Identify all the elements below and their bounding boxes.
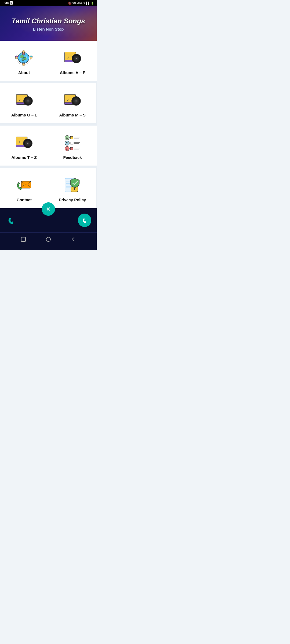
svg-text:♪: ♪ [19, 140, 20, 144]
status-left: 8:38 S [3, 1, 13, 5]
menu-label-albums-af: Albums A – F [60, 70, 85, 75]
svg-point-49 [65, 141, 69, 145]
status-right: 📵 Vol LTE1 ▾ ▌▌ 🔋 [68, 2, 94, 5]
svg-point-43 [65, 135, 69, 140]
close-button[interactable]: × [42, 202, 55, 216]
svg-rect-75 [21, 237, 26, 241]
albums-gl-icon-container: ♪ [13, 91, 35, 109]
menu-item-albums-af[interactable]: ♪ Albums A – F [48, 41, 97, 81]
contact-icon-container [13, 175, 35, 194]
svg-point-45 [67, 137, 68, 137]
menu-label-feedback: Feedback [63, 155, 82, 160]
menu-grid: About ♪ Albums A – F [0, 41, 97, 208]
whatsapp-button[interactable] [78, 214, 91, 227]
nav-circle-icon [45, 236, 51, 242]
status-bar: 8:38 S 📵 Vol LTE1 ▾ ▌▌ 🔋 [0, 0, 97, 6]
svg-point-34 [76, 100, 77, 101]
albums-ms-icon-container: ♪ [62, 91, 83, 109]
svg-point-74 [81, 217, 88, 224]
menu-item-contact[interactable]: Contact [0, 168, 48, 208]
svg-point-3 [22, 58, 24, 60]
svg-rect-53 [70, 142, 73, 144]
close-icon: × [46, 206, 50, 212]
call-icon: 📵 [68, 2, 71, 5]
whatsapp-icon [81, 216, 89, 224]
albums-tz-icon: ♪ [14, 134, 34, 151]
about-icon [14, 49, 34, 67]
menu-item-albums-tz[interactable]: ♪ Albums T – Z [0, 126, 48, 166]
svg-point-44 [66, 137, 67, 137]
menu-item-privacy-policy[interactable]: Privacy Policy [48, 168, 97, 208]
row-divider-2 [0, 123, 97, 126]
phone-call-icon [6, 215, 18, 226]
svg-point-50 [66, 142, 67, 143]
call-button[interactable] [5, 214, 19, 227]
svg-point-26 [28, 100, 28, 101]
menu-item-albums-gl[interactable]: ♪ Albums G – L [0, 83, 48, 123]
svg-point-18 [76, 58, 77, 59]
menu-label-albums-ms: Albums M – S [59, 113, 85, 117]
svg-point-51 [67, 142, 68, 143]
bottom-bar: × [0, 208, 97, 232]
status-s-icon: S [10, 1, 13, 5]
albums-ms-icon: ♪ [62, 92, 82, 109]
nav-square-button[interactable] [17, 235, 30, 245]
svg-point-76 [46, 237, 50, 241]
nav-circle-button[interactable] [42, 235, 55, 245]
albums-tz-icon-container: ♪ [13, 133, 35, 152]
albums-gl-icon: ♪ [14, 92, 34, 109]
svg-point-7 [22, 63, 25, 65]
svg-point-42 [27, 143, 28, 144]
albums-af-icon-container: ♪ [62, 48, 83, 67]
menu-item-albums-ms[interactable]: ♪ Albums M – S [48, 83, 97, 123]
nav-square-icon [20, 236, 26, 242]
battery-icon: 🔋 [91, 2, 94, 5]
status-time: 8:38 [3, 1, 9, 5]
svg-point-57 [66, 148, 67, 148]
menu-label-albums-tz: Albums T – Z [11, 155, 37, 160]
privacy-icon-container [62, 175, 83, 194]
menu-label-privacy-policy: Privacy Policy [59, 197, 86, 202]
feedback-icon [63, 134, 83, 151]
about-icon-container [13, 48, 35, 67]
nav-back-button[interactable] [67, 235, 79, 245]
menu-label-about: About [18, 70, 30, 75]
wifi-icon: ▾ [84, 2, 85, 5]
contact-icon [14, 176, 34, 194]
svg-rect-59 [70, 147, 73, 150]
privacy-icon [62, 176, 82, 194]
lte-icon: Vol LTE1 [73, 2, 82, 4]
menu-label-albums-gl: Albums G – L [11, 113, 37, 117]
signal-icon: ▌▌ [86, 2, 90, 5]
row-divider-1 [0, 81, 97, 83]
row-divider-3 [0, 166, 97, 168]
svg-text:♪: ♪ [19, 97, 21, 102]
hero-subtitle: Listen Non Stop [33, 27, 64, 31]
nav-back-icon [70, 236, 76, 242]
svg-rect-73 [74, 189, 75, 190]
hero-title: Tamil Christian Songs [12, 17, 85, 25]
feedback-icon-container [62, 133, 83, 152]
svg-point-58 [67, 148, 68, 148]
nav-bar [0, 232, 97, 250]
svg-text:♪: ♪ [67, 55, 69, 59]
svg-point-56 [65, 146, 69, 151]
svg-text:♪: ♪ [67, 97, 69, 102]
menu-item-feedback[interactable]: Feedback [48, 126, 97, 166]
svg-point-6 [22, 50, 25, 53]
menu-item-about[interactable]: About [0, 41, 48, 81]
menu-label-contact: Contact [17, 197, 32, 202]
hero-banner: Tamil Christian Songs Listen Non Stop [0, 6, 97, 41]
albums-af-icon: ♪ [63, 49, 83, 67]
